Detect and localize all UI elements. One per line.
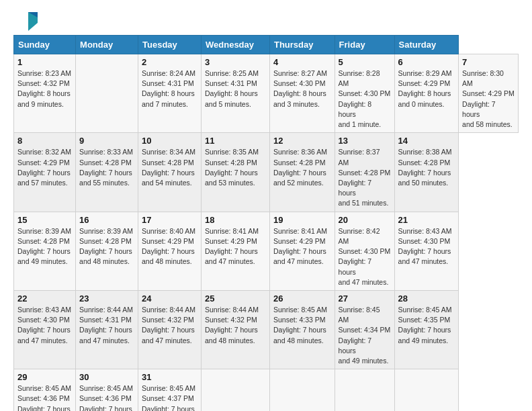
day-number: 20 <box>339 215 391 225</box>
day-detail: Sunrise: 8:39 AMSunset: 4:28 PMDaylight:… <box>17 227 71 266</box>
day-number: 2 <box>142 57 197 67</box>
day-detail: Sunrise: 8:33 AMSunset: 4:28 PMDaylight:… <box>79 148 133 187</box>
table-row: 10 Sunrise: 8:34 AMSunset: 4:28 PMDaylig… <box>138 133 202 212</box>
calendar-week: 8 Sunrise: 8:32 AMSunset: 4:29 PMDayligh… <box>14 133 519 212</box>
day-detail: Sunrise: 8:42 AMSunset: 4:30 PMDaylight:… <box>339 227 391 286</box>
calendar-week: 29 Sunrise: 8:45 AMSunset: 4:36 PMDaylig… <box>14 369 519 411</box>
day-detail: Sunrise: 8:45 AMSunset: 4:35 PMDaylight:… <box>398 306 452 345</box>
col-friday: Friday <box>335 36 394 54</box>
day-number: 29 <box>17 372 72 382</box>
col-wednesday: Wednesday <box>202 36 270 54</box>
day-detail: Sunrise: 8:30 AMSunset: 4:29 PMDaylight:… <box>462 69 515 128</box>
day-detail: Sunrise: 8:28 AMSunset: 4:30 PMDaylight:… <box>339 69 391 128</box>
table-row: 27 Sunrise: 8:45 AMSunset: 4:34 PMDaylig… <box>335 290 394 369</box>
day-number: 5 <box>339 57 391 67</box>
empty-cell <box>394 369 459 411</box>
table-row: 13 Sunrise: 8:37 AMSunset: 4:28 PMDaylig… <box>335 133 394 212</box>
day-number: 25 <box>205 293 266 304</box>
table-row: 21 Sunrise: 8:43 AMSunset: 4:30 PMDaylig… <box>394 212 459 290</box>
table-row: 23 Sunrise: 8:44 AMSunset: 4:31 PMDaylig… <box>76 290 138 369</box>
day-number: 11 <box>205 136 266 146</box>
day-number: 23 <box>79 293 134 304</box>
day-detail: Sunrise: 8:41 AMSunset: 4:29 PMDaylight:… <box>205 227 259 266</box>
calendar-week: 15 Sunrise: 8:39 AMSunset: 4:28 PMDaylig… <box>14 212 519 290</box>
day-number: 26 <box>273 293 331 304</box>
col-tuesday: Tuesday <box>138 36 202 54</box>
day-number: 1 <box>17 57 72 67</box>
day-number: 19 <box>273 215 331 225</box>
day-number: 18 <box>205 215 266 225</box>
table-row: 31 Sunrise: 8:45 AMSunset: 4:37 PMDaylig… <box>138 369 202 411</box>
table-row: 7 Sunrise: 8:30 AMSunset: 4:29 PMDayligh… <box>459 54 519 133</box>
logo-icon <box>13 11 38 31</box>
header <box>13 11 519 31</box>
day-detail: Sunrise: 8:29 AMSunset: 4:29 PMDaylight:… <box>398 69 452 108</box>
calendar-week: 22 Sunrise: 8:43 AMSunset: 4:30 PMDaylig… <box>14 290 519 369</box>
page: Sunday Monday Tuesday Wednesday Thursday… <box>0 0 532 411</box>
table-row: 4 Sunrise: 8:27 AMSunset: 4:30 PMDayligh… <box>269 54 335 133</box>
empty-cell <box>335 369 394 411</box>
day-detail: Sunrise: 8:27 AMSunset: 4:30 PMDaylight:… <box>273 69 327 108</box>
day-number: 30 <box>79 372 134 382</box>
day-number: 7 <box>462 57 515 67</box>
col-sunday: Sunday <box>14 36 76 54</box>
day-number: 8 <box>17 136 72 146</box>
table-row: 19 Sunrise: 8:41 AMSunset: 4:29 PMDaylig… <box>269 212 335 290</box>
day-number: 21 <box>398 215 455 225</box>
table-row: 20 Sunrise: 8:42 AMSunset: 4:30 PMDaylig… <box>335 212 394 290</box>
table-row: 8 Sunrise: 8:32 AMSunset: 4:29 PMDayligh… <box>14 133 76 212</box>
day-number: 15 <box>17 215 72 225</box>
day-detail: Sunrise: 8:41 AMSunset: 4:29 PMDaylight:… <box>273 227 327 266</box>
table-row: 15 Sunrise: 8:39 AMSunset: 4:28 PMDaylig… <box>14 212 76 290</box>
day-detail: Sunrise: 8:23 AMSunset: 4:32 PMDaylight:… <box>17 69 71 108</box>
day-number: 17 <box>142 215 197 225</box>
empty-cell <box>76 54 138 133</box>
day-number: 10 <box>142 136 197 146</box>
table-row: 6 Sunrise: 8:29 AMSunset: 4:29 PMDayligh… <box>394 54 459 133</box>
day-detail: Sunrise: 8:43 AMSunset: 4:30 PMDaylight:… <box>398 227 452 266</box>
day-number: 31 <box>142 372 197 382</box>
table-row: 9 Sunrise: 8:33 AMSunset: 4:28 PMDayligh… <box>76 133 138 212</box>
table-row: 16 Sunrise: 8:39 AMSunset: 4:28 PMDaylig… <box>76 212 138 290</box>
day-detail: Sunrise: 8:39 AMSunset: 4:28 PMDaylight:… <box>79 227 133 266</box>
day-detail: Sunrise: 8:44 AMSunset: 4:31 PMDaylight:… <box>79 306 133 345</box>
day-detail: Sunrise: 8:35 AMSunset: 4:28 PMDaylight:… <box>205 148 259 187</box>
col-thursday: Thursday <box>269 36 335 54</box>
table-row: 25 Sunrise: 8:44 AMSunset: 4:32 PMDaylig… <box>202 290 270 369</box>
table-row: 3 Sunrise: 8:25 AMSunset: 4:31 PMDayligh… <box>202 54 270 133</box>
table-row: 11 Sunrise: 8:35 AMSunset: 4:28 PMDaylig… <box>202 133 270 212</box>
day-detail: Sunrise: 8:37 AMSunset: 4:28 PMDaylight:… <box>339 148 391 207</box>
table-row: 24 Sunrise: 8:44 AMSunset: 4:32 PMDaylig… <box>138 290 202 369</box>
header-row: Sunday Monday Tuesday Wednesday Thursday… <box>14 36 519 54</box>
day-number: 22 <box>17 293 72 304</box>
table-row: 2 Sunrise: 8:24 AMSunset: 4:31 PMDayligh… <box>138 54 202 133</box>
empty-cell <box>202 369 270 411</box>
day-detail: Sunrise: 8:45 AMSunset: 4:36 PMDaylight:… <box>17 384 71 411</box>
table-row: 12 Sunrise: 8:36 AMSunset: 4:28 PMDaylig… <box>269 133 335 212</box>
day-detail: Sunrise: 8:45 AMSunset: 4:33 PMDaylight:… <box>273 306 327 345</box>
day-detail: Sunrise: 8:45 AMSunset: 4:37 PMDaylight:… <box>142 384 195 411</box>
day-number: 3 <box>205 57 266 67</box>
table-row: 1 Sunrise: 8:23 AMSunset: 4:32 PMDayligh… <box>14 54 76 133</box>
day-number: 24 <box>142 293 197 304</box>
day-number: 9 <box>79 136 134 146</box>
empty-cell <box>269 369 335 411</box>
table-row: 14 Sunrise: 8:38 AMSunset: 4:28 PMDaylig… <box>394 133 459 212</box>
day-detail: Sunrise: 8:24 AMSunset: 4:31 PMDaylight:… <box>142 69 195 108</box>
table-row: 30 Sunrise: 8:45 AMSunset: 4:36 PMDaylig… <box>76 369 138 411</box>
table-row: 29 Sunrise: 8:45 AMSunset: 4:36 PMDaylig… <box>14 369 76 411</box>
day-number: 12 <box>273 136 331 146</box>
calendar-week: 1 Sunrise: 8:23 AMSunset: 4:32 PMDayligh… <box>14 54 519 133</box>
calendar-table: Sunday Monday Tuesday Wednesday Thursday… <box>13 35 519 411</box>
logo <box>13 11 40 31</box>
day-detail: Sunrise: 8:45 AMSunset: 4:36 PMDaylight:… <box>79 384 133 411</box>
day-number: 14 <box>398 136 455 146</box>
col-saturday: Saturday <box>394 36 459 54</box>
table-row: 17 Sunrise: 8:40 AMSunset: 4:29 PMDaylig… <box>138 212 202 290</box>
day-number: 4 <box>273 57 331 67</box>
day-detail: Sunrise: 8:44 AMSunset: 4:32 PMDaylight:… <box>142 306 195 345</box>
day-number: 6 <box>398 57 455 67</box>
day-detail: Sunrise: 8:32 AMSunset: 4:29 PMDaylight:… <box>17 148 71 187</box>
day-number: 16 <box>79 215 134 225</box>
table-row: 28 Sunrise: 8:45 AMSunset: 4:35 PMDaylig… <box>394 290 459 369</box>
